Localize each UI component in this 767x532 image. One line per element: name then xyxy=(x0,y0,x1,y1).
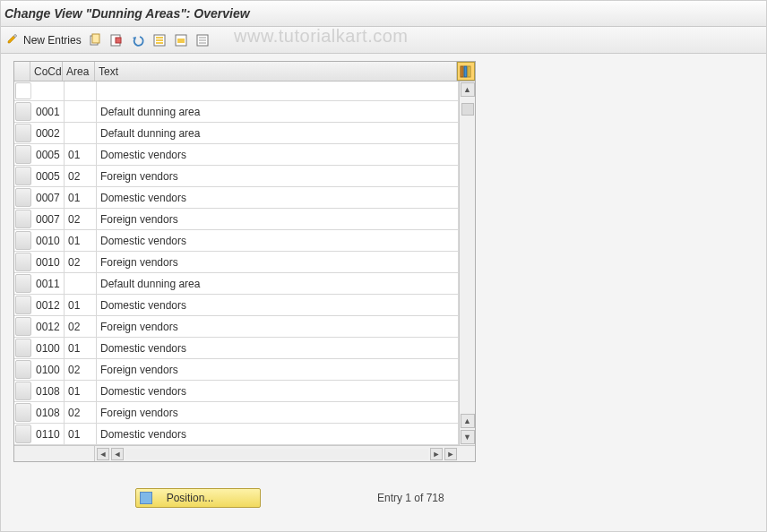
cell-area[interactable]: 01 xyxy=(65,230,97,251)
cell-area[interactable]: 02 xyxy=(65,252,97,272)
select-all-button[interactable] xyxy=(151,32,168,48)
cell-cocd[interactable]: 0100 xyxy=(32,338,65,358)
row-selector[interactable] xyxy=(15,210,31,228)
row-selector[interactable] xyxy=(15,145,31,164)
select-block-button[interactable] xyxy=(173,32,189,48)
row-selector[interactable] xyxy=(15,339,31,357)
cell-cocd[interactable]: 0010 xyxy=(32,230,65,251)
cell-area[interactable]: 01 xyxy=(65,187,97,208)
cell-cocd[interactable]: 0007 xyxy=(32,209,65,229)
copy-as-button[interactable] xyxy=(87,32,103,48)
deselect-all-button[interactable] xyxy=(194,32,211,48)
row-selector[interactable] xyxy=(15,167,31,185)
cell-text[interactable]: Domestic vendors xyxy=(97,230,459,251)
footer: Position... Entry 1 of 718 xyxy=(135,488,444,508)
row-selector[interactable] xyxy=(15,188,31,207)
row-selector[interactable] xyxy=(15,317,31,336)
cell-area[interactable]: 02 xyxy=(65,316,97,337)
column-header-area[interactable]: Area xyxy=(63,62,95,81)
scroll-left-step-icon[interactable]: ◄ xyxy=(111,448,124,460)
scroll-down-arrow-icon[interactable]: ▼ xyxy=(461,430,475,444)
cell-text[interactable]: Default dunning area xyxy=(97,273,459,294)
vertical-scrollbar[interactable]: ▲ ▲ ▼ xyxy=(459,82,475,445)
delete-button[interactable] xyxy=(108,32,125,48)
filter-text-input[interactable] xyxy=(97,82,459,100)
horizontal-scrollbar[interactable]: ◄ ◄ ► ► xyxy=(14,445,475,461)
cell-text[interactable]: Foreign vendors xyxy=(97,252,459,272)
cell-cocd[interactable]: 0010 xyxy=(32,252,65,272)
new-entries-button[interactable]: New Entries xyxy=(6,32,82,47)
cell-text[interactable]: Domestic vendors xyxy=(97,295,459,315)
cell-text[interactable]: Foreign vendors xyxy=(97,359,459,380)
row-selector[interactable] xyxy=(15,231,31,250)
cell-text[interactable]: Foreign vendors xyxy=(97,209,459,229)
row-selector[interactable] xyxy=(15,360,31,379)
scroll-up-step-icon[interactable]: ▲ xyxy=(461,414,475,428)
cell-area[interactable]: 01 xyxy=(65,424,97,444)
scroll-left-arrow-icon[interactable]: ◄ xyxy=(97,448,109,460)
cell-area[interactable]: 02 xyxy=(65,359,97,380)
cell-cocd[interactable]: 0100 xyxy=(32,359,65,380)
cell-cocd[interactable]: 0108 xyxy=(32,402,65,423)
cell-cocd[interactable]: 0005 xyxy=(32,166,65,186)
table-settings-button[interactable] xyxy=(457,62,475,81)
cell-text[interactable]: Domestic vendors xyxy=(97,424,459,444)
cell-cocd[interactable]: 0011 xyxy=(32,273,65,294)
table-filter-row xyxy=(14,82,459,101)
cell-cocd[interactable]: 0012 xyxy=(32,316,65,337)
scroll-right-arrow-icon[interactable]: ► xyxy=(444,448,457,460)
dunning-areas-table: CoCd Area Text 0001 xyxy=(13,61,476,462)
row-selector[interactable] xyxy=(15,82,31,99)
cell-cocd[interactable]: 0108 xyxy=(32,381,65,401)
row-selector[interactable] xyxy=(15,274,31,293)
cell-area[interactable]: 01 xyxy=(65,144,97,165)
cell-text[interactable]: Domestic vendors xyxy=(97,381,459,401)
cell-area[interactable]: 02 xyxy=(65,166,97,186)
cell-area[interactable] xyxy=(65,273,97,294)
table-row: 011001Domestic vendors xyxy=(14,424,459,445)
cell-area[interactable] xyxy=(65,101,97,122)
column-header-cocd[interactable]: CoCd xyxy=(30,62,63,81)
row-selector[interactable] xyxy=(15,296,31,314)
cell-cocd[interactable]: 0007 xyxy=(32,187,65,208)
row-selector[interactable] xyxy=(15,403,31,422)
cell-area[interactable] xyxy=(65,123,97,143)
cell-text[interactable]: Default dunning area xyxy=(97,101,459,122)
position-button[interactable]: Position... xyxy=(135,488,261,508)
cell-area[interactable]: 02 xyxy=(65,209,97,229)
table-row: 010802Foreign vendors xyxy=(14,402,459,424)
column-header-text[interactable]: Text xyxy=(95,62,457,81)
row-selector[interactable] xyxy=(15,425,31,443)
cell-cocd[interactable]: 0110 xyxy=(32,424,65,444)
column-header-selector[interactable] xyxy=(14,62,30,81)
row-selector[interactable] xyxy=(15,102,31,121)
scroll-up-arrow-icon[interactable]: ▲ xyxy=(461,82,475,97)
cell-text[interactable]: Domestic vendors xyxy=(97,187,459,208)
row-selector[interactable] xyxy=(15,382,31,400)
scroll-right-step-icon[interactable]: ► xyxy=(430,448,443,460)
cell-cocd[interactable]: 0002 xyxy=(32,123,65,143)
svg-rect-1 xyxy=(92,34,99,43)
cell-area[interactable]: 01 xyxy=(65,338,97,358)
cell-cocd[interactable]: 0001 xyxy=(32,101,65,122)
cell-text[interactable]: Domestic vendors xyxy=(97,338,459,358)
svg-rect-9 xyxy=(177,39,185,43)
scroll-thumb[interactable] xyxy=(461,103,474,116)
row-selector[interactable] xyxy=(15,253,31,271)
cell-text[interactable]: Foreign vendors xyxy=(97,402,459,423)
cell-cocd[interactable]: 0005 xyxy=(32,144,65,165)
filter-cocd-input[interactable] xyxy=(32,82,65,100)
cell-text[interactable]: Foreign vendors xyxy=(97,316,459,337)
cell-area[interactable]: 02 xyxy=(65,402,97,423)
hscroll-track[interactable] xyxy=(125,449,428,459)
cell-cocd[interactable]: 0012 xyxy=(32,295,65,315)
cell-area[interactable]: 01 xyxy=(65,295,97,315)
row-selector[interactable] xyxy=(15,124,31,142)
cell-area[interactable]: 01 xyxy=(65,381,97,401)
cell-text[interactable]: Default dunning area xyxy=(97,123,459,143)
filter-area-input[interactable] xyxy=(65,82,97,100)
cell-text[interactable]: Foreign vendors xyxy=(97,166,459,186)
svg-rect-3 xyxy=(116,38,121,43)
undo-change-button[interactable] xyxy=(130,32,146,48)
cell-text[interactable]: Domestic vendors xyxy=(97,144,459,165)
